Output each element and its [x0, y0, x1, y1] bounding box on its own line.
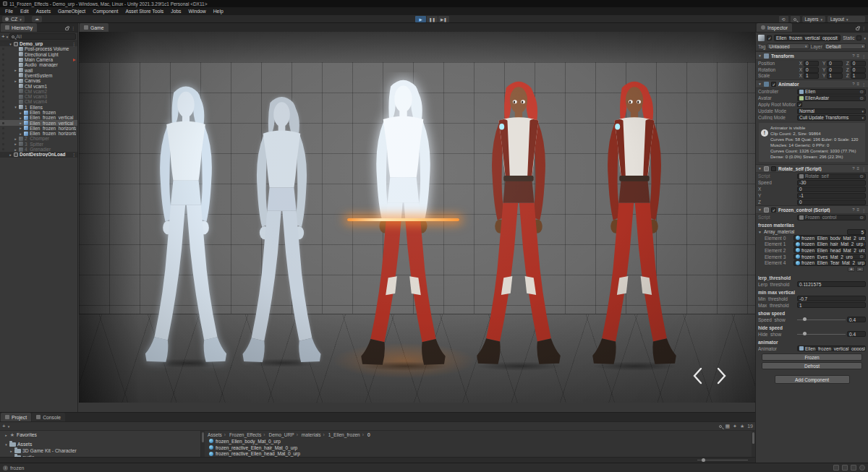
visibility-toggle[interactable] [0, 59, 6, 61]
visibility-toggle[interactable] [0, 106, 6, 108]
avatar-object-field[interactable]: EllenAvatar⊙ [797, 95, 866, 101]
foldout-arrow[interactable]: ▸ [4, 433, 8, 437]
search-by-type-icon[interactable]: ▦ [725, 424, 730, 429]
play-button[interactable]: ▶ [415, 16, 426, 22]
defrost-button[interactable]: Defrost [762, 362, 862, 369]
lerp-value-field[interactable]: 0.1121575 [797, 281, 866, 287]
search-icon[interactable] [791, 16, 800, 22]
visibility-toggle[interactable] [0, 111, 6, 113]
visibility-toggle[interactable] [0, 137, 6, 140]
visibility-toggle[interactable] [0, 43, 6, 45]
animator-object-field[interactable]: Ellen_frozen_vertical_opposit⊙ [797, 346, 866, 351]
hierarchy-row[interactable]: ▸ Ellen_frozen_vertical ⋮ [0, 115, 77, 120]
next-arrow-button[interactable] [713, 366, 729, 386]
search-icon[interactable] [719, 425, 722, 428]
hierarchy-row[interactable]: CM vcam3 ⋮ [0, 94, 77, 99]
hierarchy-row[interactable]: ▸ 2_Chomper ⋮ [0, 136, 77, 141]
foldout-arrow[interactable]: ▸ [14, 68, 17, 72]
foldout-arrow[interactable]: ▸ [14, 142, 17, 146]
game-viewport[interactable] [79, 32, 755, 403]
culling-mode-dropdown[interactable]: Cull Update Transforms▾ [797, 115, 866, 121]
item-kebab-icon[interactable]: ⋮ [72, 152, 76, 157]
remove-element-button[interactable]: − [856, 267, 864, 272]
breadcrumb-segment[interactable]: Frozen_Effects [229, 432, 267, 437]
object-picker-icon[interactable]: ⊙ [864, 241, 866, 247]
scale-y-field[interactable]: 1 [827, 73, 842, 79]
hierarchy-search-input[interactable]: All [9, 33, 76, 40]
hierarchy-row[interactable]: ▸ wall ⋮ [0, 67, 77, 72]
kebab-icon[interactable]: ⋮ [861, 82, 866, 87]
scale-x-field[interactable]: 1 [804, 73, 819, 79]
property-value-field[interactable]: -30 [797, 180, 866, 186]
hierarchy-row[interactable]: CM vcam2 ⋮ [0, 89, 77, 94]
menu-item[interactable]: Help [210, 7, 227, 15]
object-picker-icon[interactable]: ⊙ [860, 173, 864, 179]
frozen-button[interactable]: Frozen [762, 353, 862, 361]
gameobject-name-field[interactable]: Ellen_frozen_vertical_opposit [774, 35, 841, 41]
hide-show-slider[interactable] [797, 334, 846, 335]
visibility-toggle[interactable] [0, 122, 6, 124]
presets-icon[interactable]: ≡ [856, 53, 859, 59]
search-by-label-icon[interactable]: ✦ [733, 424, 737, 429]
object-picker-icon[interactable]: ⊙ [860, 95, 864, 101]
lock-icon[interactable] [856, 27, 859, 30]
active-checkbox[interactable] [767, 35, 772, 40]
visibility-toggle[interactable] [0, 95, 6, 98]
file-scrollbar[interactable] [752, 431, 755, 458]
visibility-toggle[interactable] [0, 80, 6, 82]
material-object-field[interactable]: frozen_Eyes_Mat_2_urp⊙ [793, 254, 866, 259]
hierarchy-row[interactable]: ▾ Demo_urp ⋮ [0, 41, 77, 46]
material-object-field[interactable]: frozen_Ellen_head_Mat_2_urp⊙ [793, 247, 866, 253]
hierarchy-row[interactable]: ▸ Ellen_frozen ⋮ [0, 110, 77, 115]
visibility-toggle[interactable] [0, 143, 6, 145]
min-value-field[interactable]: -0.7 [797, 296, 866, 301]
hierarchy-row[interactable]: Main Camera ⋮ [0, 57, 77, 62]
hierarchy-row[interactable]: ▸ Ellen_frozen_horizontal ⋮ [0, 131, 77, 136]
rotate-self-enabled-checkbox[interactable] [771, 166, 776, 171]
foldout-arrow[interactable]: ▼ [758, 166, 762, 171]
frozen-control-enabled-checkbox[interactable] [771, 207, 776, 213]
hierarchy-row[interactable]: ▸ DontDestroyOnLoad ⋮ [0, 152, 77, 157]
help-icon[interactable]: ? [852, 53, 854, 59]
object-picker-icon[interactable]: ⊙ [860, 215, 864, 220]
cloud-services-button[interactable]: ☁ [32, 16, 42, 22]
prev-arrow-button[interactable] [690, 366, 706, 386]
foldout-arrow[interactable]: ▸ [14, 147, 17, 152]
kebab-icon[interactable]: ⋮ [861, 207, 866, 213]
visibility-toggle[interactable] [0, 85, 6, 87]
hierarchy-row[interactable]: ▸ Ellen_frozen_vertical_opposit ⋮ [0, 120, 77, 125]
layer-dropdown[interactable]: Default▾ [824, 43, 866, 49]
hierarchy-row[interactable]: EventSystem ⋮ [0, 73, 77, 78]
position-x-field[interactable]: 0 [804, 61, 819, 66]
status-icon-2[interactable] [842, 465, 848, 471]
kebab-icon[interactable]: ⋮ [861, 166, 866, 171]
foldout-arrow[interactable]: ▸ [19, 132, 22, 136]
help-icon[interactable]: ? [852, 207, 854, 213]
tab-project[interactable]: Project [1, 413, 31, 421]
file-row[interactable]: frozen_reactive_Ellen_hair_Mat_0_urp [205, 445, 755, 451]
status-icon-4[interactable] [859, 465, 865, 471]
rotate-self-header[interactable]: ▼ Rotate_self (Script) ?≡⋮ [756, 165, 868, 173]
tab-game[interactable]: Game [80, 23, 109, 32]
folder-tree-row[interactable]: ▸ ★ Favorites [0, 432, 200, 438]
foldout-arrow[interactable]: ▸ [14, 79, 17, 83]
presets-icon[interactable]: ≡ [856, 207, 859, 213]
breadcrumb-segment[interactable]: 0 [367, 432, 370, 437]
material-object-field[interactable]: frozen_Ellen_hair_Mat_2_urp⊙ [793, 241, 866, 247]
hierarchy-row[interactable]: ▸ Canvas ⋮ [0, 78, 77, 83]
rotation-z-field[interactable]: 0 [851, 67, 866, 73]
foldout-arrow[interactable]: ▸ [19, 126, 22, 130]
object-picker-icon[interactable]: ⊙ [860, 89, 864, 95]
breadcrumb-segment[interactable]: Assets [208, 432, 228, 437]
status-message[interactable]: frozen [10, 465, 24, 471]
menu-item[interactable]: Assets [33, 7, 54, 15]
panel-menu-icon[interactable]: ⋮ [861, 25, 866, 30]
foldout-arrow[interactable]: ▸ [19, 121, 22, 125]
create-asset-button[interactable]: + [2, 423, 6, 429]
menu-item[interactable]: Edit [17, 7, 33, 15]
visibility-toggle[interactable] [0, 74, 6, 77]
visibility-toggle[interactable] [0, 69, 6, 72]
breadcrumb-segment[interactable]: 1_Ellen_frozen [328, 432, 366, 437]
animator-header[interactable]: ▼ Animator ?≡⋮ [756, 80, 868, 88]
folder-tree-row[interactable]: ▸ 3D Game Kit - Character [0, 447, 200, 454]
